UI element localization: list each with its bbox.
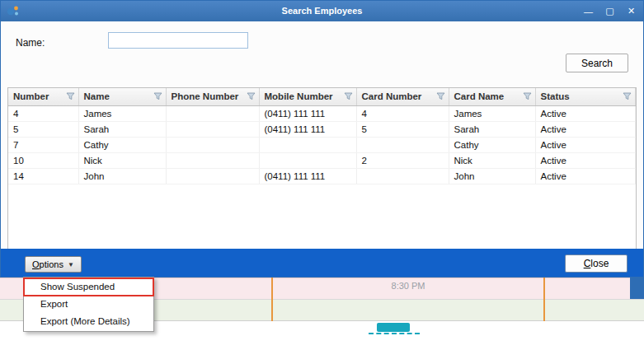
options-menu: Show SuspendedExportExport (More Details…	[23, 277, 154, 332]
timeline-current-indicator-dash	[369, 333, 420, 334]
search-employees-dialog: Search Employees — ▢ ✕ Name: Search Numb…	[0, 0, 644, 278]
table-row[interactable]: 4James(0411) 111 1114JamesActive	[8, 105, 636, 121]
cell-card-name: Cathy	[449, 137, 535, 152]
cell-card-name: James	[449, 105, 535, 121]
cell-name: James	[78, 105, 166, 121]
name-label: Name:	[16, 37, 45, 49]
column-header-label: Card Number	[362, 91, 422, 101]
column-header-label: Mobile Number	[265, 91, 333, 101]
filter-icon[interactable]	[344, 92, 353, 100]
close-icon[interactable]: ✕	[626, 6, 637, 16]
filter-icon[interactable]	[247, 92, 256, 100]
column-header-label: Name	[84, 91, 110, 101]
cell-card-number: 4	[356, 105, 449, 121]
table-row[interactable]: 14John(0411) 111 111JohnActive	[8, 168, 636, 184]
employees-grid: NumberNamePhone NumberMobile NumberCard …	[7, 87, 637, 250]
grid-header-row: NumberNamePhone NumberMobile NumberCard …	[8, 88, 636, 105]
cell-name: Nick	[78, 152, 166, 168]
title-bar[interactable]: Search Employees — ▢ ✕	[1, 1, 643, 21]
timeline-current-indicator	[377, 323, 410, 332]
column-header-label: Status	[541, 91, 570, 101]
minimize-icon[interactable]: —	[583, 7, 594, 16]
column-header-name[interactable]: Name	[78, 88, 166, 105]
cell-mobile-number: (0411) 111 111	[259, 121, 356, 137]
cell-card-number	[356, 168, 449, 184]
cell-name: Cathy	[78, 137, 166, 152]
column-header-label: Phone Number	[172, 91, 239, 101]
cell-card-name: John	[449, 168, 535, 184]
timeline-marker-line	[271, 278, 273, 321]
column-header-status[interactable]: Status	[535, 88, 636, 105]
column-header-mobile-number[interactable]: Mobile Number	[259, 88, 356, 105]
column-header-number[interactable]: Number	[8, 88, 78, 105]
cell-status: Active	[535, 152, 636, 168]
cell-phone-number	[166, 168, 259, 184]
cell-card-name: Nick	[449, 152, 535, 168]
cell-status: Active	[535, 168, 636, 184]
cell-mobile-number	[259, 152, 356, 168]
options-button[interactable]: Options ▼	[25, 256, 82, 273]
cell-mobile-number: (0411) 111 111	[259, 168, 356, 184]
menu-item-export-more-details[interactable]: Export (More Details)	[24, 313, 153, 330]
column-header-phone-number[interactable]: Phone Number	[166, 88, 259, 105]
column-header-label: Card Name	[454, 91, 505, 101]
cell-number: 4	[8, 105, 78, 121]
table-row[interactable]: 5Sarah(0411) 111 1115SarahActive	[8, 121, 636, 137]
column-header-label: Number	[13, 91, 49, 101]
search-button[interactable]: Search	[566, 54, 628, 72]
timeline-marker-line	[543, 278, 545, 321]
cell-number: 10	[8, 152, 78, 168]
cell-status: Active	[535, 137, 636, 152]
cell-number: 14	[8, 168, 78, 184]
cell-phone-number	[166, 105, 259, 121]
menu-item-show-suspended[interactable]: Show Suspended	[24, 278, 153, 296]
filter-icon[interactable]	[623, 92, 632, 100]
timeline-time-label: 8:30 PM	[342, 281, 474, 291]
table-row[interactable]: 7CathyCathyActive	[8, 137, 636, 152]
cell-card-name: Sarah	[449, 121, 535, 137]
filter-icon[interactable]	[523, 92, 532, 100]
cell-mobile-number: (0411) 111 111	[259, 105, 356, 121]
close-button[interactable]: Close	[565, 254, 628, 273]
filter-icon[interactable]	[153, 92, 162, 100]
cell-number: 5	[8, 121, 78, 137]
menu-item-export[interactable]: Export	[24, 296, 153, 313]
chevron-down-icon: ▼	[68, 261, 74, 268]
footer-bar: Options ▼ Close	[1, 249, 643, 277]
maximize-icon[interactable]: ▢	[604, 6, 615, 16]
cell-phone-number	[166, 121, 259, 137]
cell-card-number	[356, 137, 449, 152]
cell-phone-number	[166, 152, 259, 168]
cell-card-number: 2	[356, 152, 449, 168]
cell-mobile-number	[259, 137, 356, 152]
options-button-label: Options	[32, 259, 63, 269]
column-header-card-number[interactable]: Card Number	[356, 88, 449, 105]
filter-icon[interactable]	[66, 92, 75, 100]
filter-icon[interactable]	[436, 92, 445, 100]
column-header-card-name[interactable]: Card Name	[449, 88, 535, 105]
cell-number: 7	[8, 137, 78, 152]
cell-status: Active	[535, 105, 636, 121]
background-blue-panel	[630, 278, 644, 299]
cell-name: Sarah	[78, 121, 166, 137]
window-title: Search Employees	[1, 1, 643, 21]
table-row[interactable]: 10Nick2NickActive	[8, 152, 636, 168]
cell-phone-number	[166, 137, 259, 152]
cell-status: Active	[535, 121, 636, 137]
cell-card-number: 5	[356, 121, 449, 137]
name-input[interactable]	[108, 32, 248, 49]
cell-name: John	[78, 168, 166, 184]
